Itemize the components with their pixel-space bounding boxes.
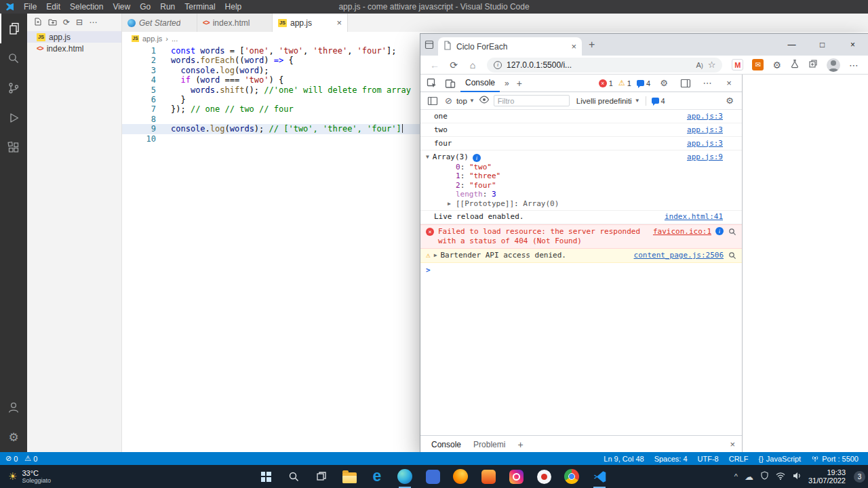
collapse-all-icon[interactable]: ⊟: [76, 18, 83, 26]
tab-app-js[interactable]: JS app.js ×: [273, 14, 348, 32]
property-row[interactable]: 2: "four": [426, 181, 723, 190]
add-panel-button[interactable]: +: [514, 78, 525, 89]
hidden-icons-chevron[interactable]: ^: [734, 472, 738, 481]
refresh-icon[interactable]: ⟳: [63, 18, 70, 26]
browser-menu-icon[interactable]: ⋯: [849, 60, 859, 70]
window-maximize-button[interactable]: □: [807, 34, 837, 56]
problems-warnings[interactable]: ⚠0: [24, 454, 37, 463]
refresh-icon[interactable]: ⟳: [445, 60, 462, 70]
page-content[interactable]: [743, 75, 868, 453]
task-view-button[interactable]: [313, 468, 330, 485]
eye-icon[interactable]: [479, 94, 490, 108]
console-source-link[interactable]: index.html:41: [665, 212, 723, 222]
console-source-link[interactable]: app.js:3: [687, 139, 723, 148]
tray-wifi-icon[interactable]: [776, 470, 785, 483]
console-filter-input[interactable]: [494, 95, 570, 106]
flask-extension-icon[interactable]: [790, 59, 800, 71]
settings-gear-icon[interactable]: ⚙: [0, 422, 27, 452]
clear-console-icon[interactable]: ⊘: [445, 96, 452, 106]
tab-get-started[interactable]: Get Started: [122, 14, 197, 32]
breadcrumb-symbol[interactable]: ...: [172, 35, 178, 43]
edge-legacy-icon[interactable]: e: [369, 468, 385, 485]
live-server-port[interactable]: Port : 5500: [811, 455, 859, 463]
account-icon[interactable]: [0, 392, 27, 422]
property-row[interactable]: length: 3: [426, 190, 723, 199]
notification-badge[interactable]: 3: [854, 471, 865, 483]
collapse-caret-icon[interactable]: ▼: [426, 152, 429, 162]
console-source-link[interactable]: app.js:3: [687, 125, 723, 135]
mail-extension-icon[interactable]: ✉: [752, 59, 764, 70]
taskbar-search-button[interactable]: [285, 468, 302, 485]
indentation[interactable]: Spaces: 4: [654, 455, 688, 463]
back-icon[interactable]: ←: [426, 60, 443, 70]
search-similar-icon[interactable]: [728, 251, 736, 260]
new-tab-button[interactable]: +: [589, 39, 595, 50]
expand-caret-icon[interactable]: ▶: [448, 199, 451, 209]
menu-terminal[interactable]: Terminal: [180, 0, 220, 14]
new-folder-icon[interactable]: [48, 16, 57, 28]
tab-index-html[interactable]: <> index.html: [197, 14, 273, 32]
taskbar-clock[interactable]: 19:33 31/07/2022: [808, 468, 846, 485]
firefox-icon[interactable]: [452, 468, 469, 485]
menu-view[interactable]: View: [108, 0, 135, 14]
menu-run[interactable]: Run: [155, 0, 180, 14]
console-prompt[interactable]: >: [426, 266, 431, 274]
vscode-icon[interactable]: [591, 468, 608, 485]
dock-side-icon[interactable]: [677, 75, 694, 92]
device-toolbar-icon[interactable]: [442, 75, 458, 92]
window-minimize-button[interactable]: —: [776, 34, 807, 56]
source-control-icon[interactable]: [0, 73, 27, 103]
warning-count-badge[interactable]: ⚠1: [618, 79, 631, 87]
favorites-star-icon[interactable]: ☆: [708, 60, 716, 70]
problems-errors[interactable]: ⊘0: [5, 454, 18, 463]
console-sidebar-icon[interactable]: [425, 93, 441, 109]
run-debug-icon[interactable]: [0, 103, 27, 133]
console-source-link[interactable]: app.js:3: [687, 112, 723, 121]
menu-go[interactable]: Go: [135, 0, 155, 14]
menu-file[interactable]: File: [19, 0, 41, 14]
home-icon[interactable]: ⌂: [464, 60, 481, 70]
tab-close-icon[interactable]: ×: [336, 18, 342, 28]
issue-badge-icon[interactable]: i: [715, 227, 724, 235]
console-source-link[interactable]: favicon.ico:1: [653, 227, 711, 237]
add-drawer-tab-button[interactable]: +: [513, 439, 527, 450]
file-item-appjs[interactable]: JS app.js: [27, 31, 121, 43]
edge-icon[interactable]: [397, 468, 413, 485]
drawer-close-icon[interactable]: ×: [730, 439, 735, 449]
window-close-button[interactable]: ×: [837, 34, 868, 56]
drawer-tab-console[interactable]: Console: [427, 436, 465, 453]
weather-widget[interactable]: ☀ 33°C Soleggiato: [0, 465, 59, 488]
search-icon[interactable]: [0, 43, 27, 73]
menu-selection[interactable]: Selection: [65, 0, 108, 14]
expand-caret-icon[interactable]: ▶: [434, 251, 437, 260]
chrome-icon[interactable]: [564, 468, 580, 485]
blue-app-icon[interactable]: [425, 468, 441, 485]
console-source-link[interactable]: content_page.js:2506: [634, 251, 724, 260]
messages-count-badge[interactable]: 4: [652, 97, 665, 105]
tray-shield-icon[interactable]: [760, 470, 769, 483]
language-mode[interactable]: {}JavaScript: [758, 455, 801, 463]
tab-close-icon[interactable]: ×: [571, 41, 576, 52]
console-source-link[interactable]: app.js:9: [687, 152, 723, 162]
cursor-position[interactable]: Ln 9, Col 48: [604, 455, 644, 463]
drawer-tab-problems[interactable]: Problemi: [469, 436, 509, 453]
extensions-icon[interactable]: [0, 133, 27, 163]
new-file-icon[interactable]: [34, 16, 42, 28]
devtools-more-icon[interactable]: ⋯: [699, 75, 715, 92]
file-item-indexhtml[interactable]: <> index.html: [27, 43, 121, 54]
property-row[interactable]: 1: "three": [426, 171, 723, 181]
log-levels-selector[interactable]: Livelli predefiniti▼: [576, 97, 640, 105]
more-tabs-icon[interactable]: »: [502, 79, 512, 88]
read-aloud-icon[interactable]: A): [696, 61, 703, 69]
light-app-icon[interactable]: [536, 468, 552, 485]
messages-count-badge[interactable]: 4: [637, 79, 650, 87]
console-settings-icon[interactable]: ⚙: [722, 93, 738, 109]
gmail-extension-icon[interactable]: M: [732, 59, 743, 70]
eol-sequence[interactable]: CRLF: [729, 455, 749, 463]
profile-avatar[interactable]: [827, 58, 840, 72]
start-button[interactable]: [258, 468, 274, 485]
browser-tab[interactable]: Ciclo ForEach ×: [438, 37, 582, 56]
devtools-settings-icon[interactable]: ⚙: [656, 75, 672, 92]
explorer-icon[interactable]: [0, 14, 27, 43]
file-explorer-icon[interactable]: [341, 468, 357, 485]
